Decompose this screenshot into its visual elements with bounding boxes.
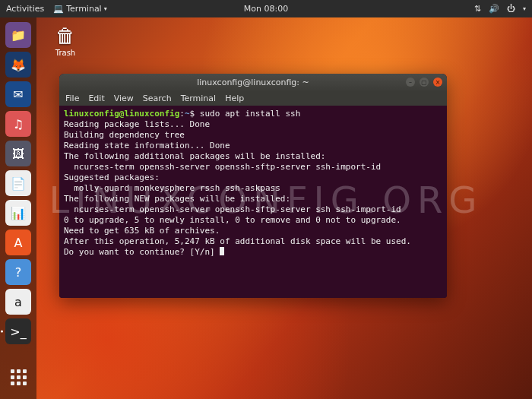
writer-icon[interactable]: 📄 (5, 170, 31, 196)
menu-search[interactable]: Search (143, 93, 172, 103)
software-icon[interactable]: A (5, 230, 31, 255)
chevron-down-icon: ▾ (104, 5, 107, 12)
terminal-window[interactable]: linuxconfig@linuxconfig: ~ – ▢ × File Ed… (59, 74, 447, 298)
cursor (220, 247, 224, 255)
trash-label: Trash (55, 49, 75, 57)
terminal-launcher-icon[interactable]: >_ (5, 318, 31, 344)
trash-desktop-icon[interactable]: 🗑 Trash (44, 24, 87, 57)
firefox-icon[interactable]: 🦊 (5, 52, 31, 78)
trash-icon: 🗑 (44, 24, 87, 47)
rhythmbox-icon[interactable]: ♫ (5, 111, 31, 137)
close-button[interactable]: × (433, 78, 442, 87)
minimize-button[interactable]: – (406, 78, 415, 87)
help-icon[interactable]: ? (5, 259, 31, 285)
terminal-body[interactable]: linuxconfig@linuxconfig:~$ sudo apt inst… (59, 106, 447, 298)
terminal-menubar: File Edit View Search Terminal Help (59, 90, 447, 106)
dock: 📁 🦊 ✉ ♫ 🖼 📄 📊 A ? a >_ (0, 17, 36, 399)
menu-terminal[interactable]: Terminal (181, 93, 217, 103)
gnome-topbar: Activities 💻 Terminal ▾ Mon 08:00 ⇅ 🔊 ⏻ … (0, 0, 532, 17)
terminal-output: Reading package lists... Done Building d… (64, 119, 411, 257)
nautilus-icon[interactable]: 📁 (5, 22, 31, 48)
thunderbird-icon[interactable]: ✉ (5, 81, 31, 107)
amazon-icon[interactable]: a (5, 289, 31, 315)
volume-icon[interactable]: 🔊 (489, 4, 499, 14)
prompt-suffix: $ (190, 109, 200, 119)
network-icon[interactable]: ⇅ (474, 4, 481, 14)
menu-edit[interactable]: Edit (88, 93, 104, 103)
app-menu[interactable]: 💻 Terminal ▾ (53, 4, 107, 14)
calc-icon[interactable]: 📊 (5, 200, 31, 226)
terminal-icon: 💻 (53, 4, 64, 14)
window-title: linuxconfig@linuxconfig: ~ (197, 78, 309, 87)
prompt-path: ~ (185, 109, 190, 119)
window-titlebar[interactable]: linuxconfig@linuxconfig: ~ – ▢ × (59, 74, 447, 90)
activities-button[interactable]: Activities (6, 4, 44, 14)
clock[interactable]: Mon 08:00 (244, 4, 288, 14)
shotwell-icon[interactable]: 🖼 (5, 141, 31, 166)
menu-file[interactable]: File (65, 93, 79, 103)
prompt-user: linuxconfig@linuxconfig (64, 109, 179, 119)
command-text: sudo apt install ssh (200, 109, 300, 119)
menu-help[interactable]: Help (225, 93, 244, 103)
app-menu-label: Terminal (66, 4, 102, 14)
chevron-down-icon[interactable]: ▾ (523, 5, 526, 12)
maximize-button[interactable]: ▢ (420, 78, 429, 87)
menu-view[interactable]: View (114, 93, 134, 103)
show-applications-button[interactable] (5, 364, 31, 390)
power-icon[interactable]: ⏻ (507, 4, 515, 14)
prompt-sep: : (179, 109, 185, 119)
